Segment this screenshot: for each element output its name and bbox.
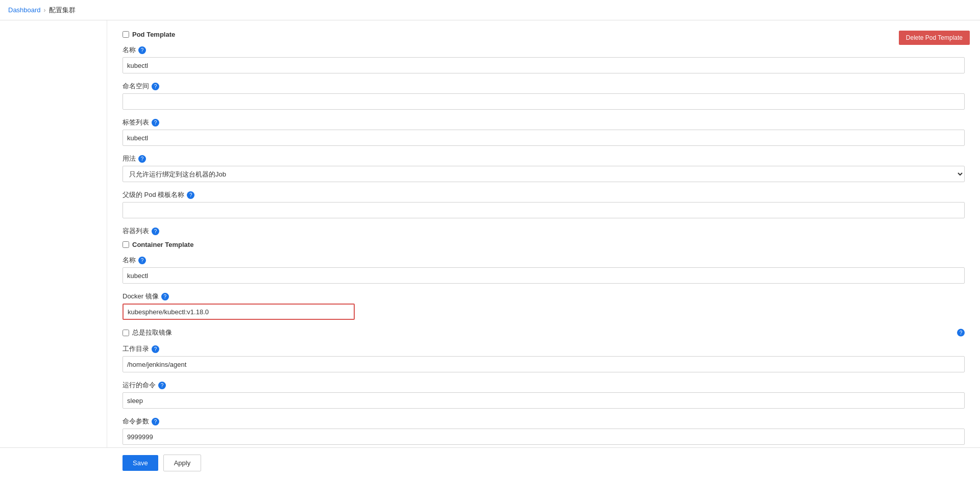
delete-pod-template-button[interactable]: Delete Pod Template [899,31,970,45]
pod-name-group: 名称 ? [122,45,965,73]
run-command-group: 运行的命令 ? [122,381,965,409]
pod-template-section-header: Pod Template [122,31,965,38]
run-command-help-icon[interactable]: ? [158,382,166,389]
pod-parent-template-label: 父级的 Pod 模板名称 ? [122,190,965,199]
pod-usage-group: 用法 ? 只允许运行绑定到这台机器的Job [122,154,965,182]
pod-namespace-help-icon[interactable]: ? [152,83,159,90]
container-template-checkbox[interactable] [122,241,129,248]
top-navigation: Dashboard › 配置集群 [0,0,980,20]
always-pull-image-right-help-icon[interactable]: ? [957,329,965,337]
current-page-label: 配置集群 [49,6,76,15]
container-list-help-icon[interactable]: ? [152,228,159,235]
docker-image-group: Docker 镜像 ? [122,292,965,320]
pod-usage-help-icon[interactable]: ? [138,155,146,163]
pod-parent-template-group: 父级的 Pod 模板名称 ? [122,190,965,218]
command-args-input[interactable] [122,429,965,445]
pod-usage-label: 用法 ? [122,154,965,163]
docker-image-input[interactable] [122,304,355,320]
pod-name-input[interactable] [122,57,965,73]
container-list-label-row: 容器列表 ? [122,227,965,236]
main-layout: Delete Pod Template Pod Template 名称 ? 命名… [0,20,980,478]
pod-namespace-label: 命名空间 ? [122,82,965,91]
pod-labels-input[interactable] [122,130,965,146]
command-args-help-icon[interactable]: ? [152,418,159,425]
pod-template-checkbox[interactable] [122,31,129,38]
pod-name-help-icon[interactable]: ? [138,46,146,54]
working-dir-input[interactable] [122,356,965,372]
pod-parent-template-input[interactable] [122,202,965,218]
container-name-input[interactable] [122,267,965,284]
pod-parent-template-help-icon[interactable]: ? [187,191,194,199]
pod-labels-label: 标签列表 ? [122,118,965,127]
dashboard-link[interactable]: Dashboard [8,6,41,14]
sidebar [0,20,107,478]
container-name-help-icon[interactable]: ? [138,257,146,264]
save-button[interactable]: Save [122,455,158,471]
pod-labels-help-icon[interactable]: ? [152,119,159,127]
pod-template-title: Pod Template [132,31,175,38]
run-command-input[interactable] [122,392,965,409]
container-template-section: Container Template 名称 ? Docker 镜像 ? [122,241,965,478]
working-dir-help-icon[interactable]: ? [152,345,159,353]
docker-image-label: Docker 镜像 ? [122,292,965,301]
run-command-label: 运行的命令 ? [122,381,965,390]
command-args-label: 命令参数 ? [122,417,965,426]
apply-button[interactable]: Apply [163,455,202,471]
pod-namespace-group: 命名空间 ? [122,82,965,110]
working-dir-label: 工作目录 ? [122,344,965,354]
always-pull-image-label[interactable]: 总是拉取镜像 [132,328,172,337]
always-pull-image-row: 总是拉取镜像 ? [122,328,965,337]
pod-usage-select[interactable]: 只允许运行绑定到这台机器的Job [122,166,965,182]
pod-name-label: 名称 ? [122,45,965,55]
container-name-label: 名称 ? [122,256,965,265]
command-args-group: 命令参数 ? [122,417,965,445]
docker-image-help-icon[interactable]: ? [161,293,169,300]
pod-labels-group: 标签列表 ? [122,118,965,146]
working-dir-group: 工作目录 ? [122,344,965,372]
container-template-section-header: Container Template [122,241,965,248]
container-name-group: 名称 ? [122,256,965,284]
nav-separator: › [44,7,46,14]
container-template-title: Container Template [132,241,193,248]
always-pull-image-checkbox[interactable] [122,330,129,336]
bottom-action-bar: Save Apply [0,447,980,478]
content-area: Delete Pod Template Pod Template 名称 ? 命名… [107,20,980,478]
pod-namespace-input[interactable] [122,93,965,110]
